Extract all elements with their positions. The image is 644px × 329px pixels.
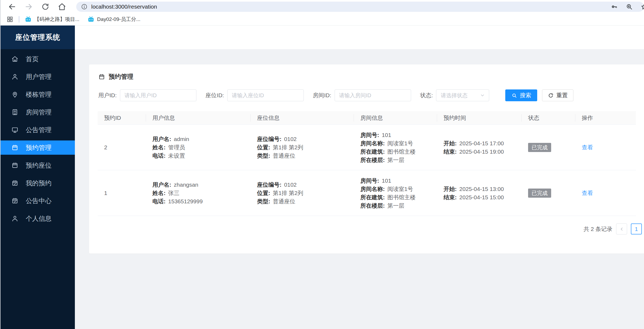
cell-seat-info: 座位编号: 0102位置: 第1排 第2列类型: 普通座位 bbox=[251, 135, 354, 160]
user-id-input[interactable] bbox=[120, 89, 196, 101]
search-icon bbox=[511, 93, 517, 98]
sidebar-item-reserve-seat[interactable]: 预约座位 bbox=[1, 158, 75, 172]
table-header-row: 预约ID用户信息座位信息房间信息预约时间状态操作 bbox=[98, 111, 636, 125]
info-line: 所在楼层: 第一层 bbox=[360, 201, 437, 210]
sidebar-item-label: 预约管理 bbox=[26, 143, 52, 152]
info-line: 房间名称: 阅读室1号 bbox=[360, 185, 437, 193]
sidebar-item-label: 我的预约 bbox=[26, 179, 52, 187]
back-icon[interactable] bbox=[8, 3, 16, 11]
page-1-button[interactable]: 1 bbox=[631, 223, 642, 234]
table-row: 2 用户名: admin姓名: 管理员电话: 未设置 座位编号: 0102位置:… bbox=[98, 125, 636, 170]
sidebar-item-home[interactable]: 首页 bbox=[1, 52, 75, 66]
info-line: 所在建筑: 图书馆主楼 bbox=[360, 147, 437, 156]
sidebar-item-users[interactable]: 用户管理 bbox=[1, 70, 75, 84]
total-records-text: 共 2 条记录 bbox=[584, 225, 612, 233]
reset-button[interactable]: 重置 bbox=[542, 89, 573, 101]
refresh-icon bbox=[548, 93, 554, 98]
favorite-star-icon[interactable] bbox=[641, 3, 644, 10]
url-text: localhost:3000/reservation bbox=[91, 3, 157, 10]
search-button[interactable]: 搜索 bbox=[505, 89, 537, 101]
bookmarks-separator bbox=[19, 16, 19, 23]
sidebar-item-reservations[interactable]: 预约管理 bbox=[1, 140, 75, 155]
info-line: 电话: 未设置 bbox=[152, 151, 251, 160]
forward-icon bbox=[25, 3, 33, 11]
sidebar-item-profile[interactable]: 个人信息 bbox=[1, 211, 75, 226]
app-header-bar bbox=[75, 26, 644, 49]
info-line: 姓名: 张三 bbox=[152, 189, 251, 197]
chevron-down-icon bbox=[480, 93, 485, 98]
seat-id-input[interactable] bbox=[227, 89, 304, 101]
calendar-check-icon bbox=[11, 197, 19, 204]
bilibili-tv-icon bbox=[25, 16, 32, 23]
cell-action: 查看 bbox=[575, 144, 636, 151]
info-line: 座位编号: 0102 bbox=[257, 180, 354, 189]
info-line: 姓名: 管理员 bbox=[152, 143, 251, 151]
cell-status: 已完成 bbox=[522, 189, 575, 198]
room-id-label: 房间ID: bbox=[313, 92, 331, 99]
sidebar-item-my-reservations[interactable]: 我的预约 bbox=[1, 176, 75, 190]
password-key-icon[interactable] bbox=[611, 3, 618, 10]
info-line: 用户名: admin bbox=[152, 135, 251, 143]
sidebar-item-announcement-center[interactable]: 公告中心 bbox=[1, 194, 75, 208]
reservation-card: 预约管理 用户ID: 座位ID: 房间ID: 状态: 请选择状态 bbox=[89, 64, 644, 254]
bilibili-tv-icon bbox=[87, 16, 94, 23]
status-badge: 已完成 bbox=[528, 189, 551, 198]
bookmark-2[interactable]: Day02-09-员工分... bbox=[87, 16, 141, 23]
address-bar[interactable]: localhost:3000/reservation bbox=[76, 2, 644, 12]
bookmark-label: Day02-09-员工分... bbox=[97, 16, 141, 23]
info-line: 座位编号: 0102 bbox=[257, 135, 354, 143]
filter-status: 状态: 请选择状态 bbox=[420, 89, 489, 101]
search-button-label: 搜索 bbox=[520, 92, 531, 99]
cell-reservation-time: 开始: 2025-04-15 17:00结束: 2025-04-15 19:00 bbox=[437, 139, 522, 156]
cell-room-info: 房间号: 101房间名称: 阅读室1号所在建筑: 图书馆主楼所在楼层: 第一层 bbox=[354, 131, 437, 164]
apps-grid-icon[interactable] bbox=[6, 16, 13, 23]
app-logo-title: 座位管理系统 bbox=[1, 26, 75, 49]
info-line: 所在建筑: 图书馆主楼 bbox=[360, 193, 437, 201]
cell-reservation-id: 2 bbox=[98, 144, 146, 151]
column-header-5: 状态 bbox=[522, 114, 575, 122]
filter-bar: 用户ID: 座位ID: 房间ID: 状态: 请选择状态 bbox=[98, 89, 644, 101]
zoom-in-icon[interactable] bbox=[626, 3, 633, 10]
bookmark-1[interactable]: 【码神之路】项目... bbox=[25, 16, 79, 23]
filter-seat-id: 座位ID: bbox=[206, 89, 304, 101]
reload-icon[interactable] bbox=[41, 3, 49, 11]
sidebar-item-label: 预约座位 bbox=[26, 161, 52, 170]
sidebar-item-label: 房间管理 bbox=[26, 108, 52, 117]
status-select[interactable]: 请选择状态 bbox=[436, 89, 489, 101]
status-badge: 已完成 bbox=[528, 143, 551, 152]
monitor-icon bbox=[11, 126, 19, 133]
prev-page-button[interactable] bbox=[616, 223, 627, 234]
info-line: 类型: 普通座位 bbox=[257, 151, 354, 160]
sidebar-item-announcements[interactable]: 公告管理 bbox=[1, 123, 75, 137]
sidebar-item-rooms[interactable]: 房间管理 bbox=[1, 105, 75, 119]
info-line: 开始: 2025-04-15 17:00 bbox=[444, 139, 522, 147]
room-id-input[interactable] bbox=[335, 89, 411, 101]
cell-user-info: 用户名: admin姓名: 管理员电话: 未设置 bbox=[146, 135, 251, 160]
status-label: 状态: bbox=[420, 92, 433, 99]
cell-reservation-time: 开始: 2025-04-15 13:00结束: 2025-04-15 15:00 bbox=[437, 185, 522, 201]
chevron-left-icon bbox=[619, 226, 624, 232]
info-line: 结束: 2025-04-15 19:00 bbox=[444, 147, 522, 156]
filter-room-id: 房间ID: bbox=[313, 89, 411, 101]
pagination: 共 2 条记录 1 bbox=[89, 223, 642, 234]
sidebar-item-buildings[interactable]: 楼栋管理 bbox=[1, 87, 75, 102]
page-title: 预约管理 bbox=[109, 73, 133, 81]
reservation-table: 预约ID用户信息座位信息房间信息预约时间状态操作 2 用户名: admin姓名:… bbox=[98, 111, 636, 216]
sidebar: 座位管理系统 首页 用户管理 楼栋管理 房间管理 公告管理 预约管理 预约座位 … bbox=[1, 26, 75, 329]
omnibox-icons bbox=[611, 3, 639, 10]
site-info-icon[interactable] bbox=[81, 3, 87, 10]
info-line: 电话: 15365129999 bbox=[152, 197, 251, 205]
cell-seat-info: 座位编号: 0102位置: 第1排 第2列类型: 普通座位 bbox=[251, 180, 354, 205]
sidebar-item-label: 楼栋管理 bbox=[26, 90, 52, 99]
sidebar-item-label: 公告管理 bbox=[26, 126, 52, 134]
info-line: 房间名称: 阅读室1号 bbox=[360, 139, 437, 147]
filter-user-id: 用户ID: bbox=[98, 89, 196, 101]
cell-action: 查看 bbox=[575, 189, 636, 197]
view-link[interactable]: 查看 bbox=[582, 144, 593, 150]
home-nav-icon[interactable] bbox=[58, 3, 66, 11]
sidebar-item-label: 个人信息 bbox=[26, 214, 52, 223]
view-link[interactable]: 查看 bbox=[582, 190, 593, 196]
sidebar-item-label: 公告中心 bbox=[26, 197, 52, 205]
info-line: 位置: 第1排 第2列 bbox=[257, 143, 354, 151]
info-line: 房间号: 101 bbox=[360, 176, 437, 185]
